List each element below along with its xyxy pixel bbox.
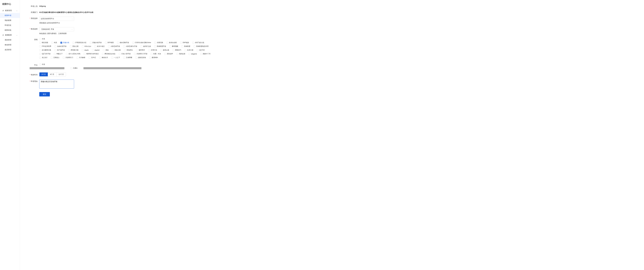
checkbox-icon	[92, 49, 94, 51]
game-checkbox[interactable]: 地下城手游	[54, 49, 65, 51]
game-checkbox[interactable]: 俄罗斯方块环游记	[84, 53, 99, 55]
game-checkbox[interactable]: 英雄联盟电竞经理	[194, 45, 208, 48]
system-select[interactable]: 运营活动管理平台 ⌄	[39, 17, 74, 21]
game-checkbox[interactable]: nba2k2	[92, 49, 100, 51]
game-checkbox[interactable]: 天龙八部手游	[119, 53, 130, 55]
game-checkbox[interactable]: 神角技巧	[172, 49, 181, 51]
game-checkbox[interactable]: 穿越火线手游	[90, 42, 102, 44]
checkbox-icon	[39, 64, 41, 65]
game-label: 乐高无限	[157, 42, 163, 44]
game-checkbox[interactable]: 穿越火线	[60, 42, 69, 44]
checkbox-icon	[166, 42, 168, 44]
game-label: 天涯明月刀	[66, 57, 73, 59]
nav-item-member-manage[interactable]: 成员管理	[0, 47, 20, 52]
game-checkbox[interactable]: 梦想新大陆	[68, 49, 78, 51]
nav-item-my-permission[interactable]: 我的权限	[0, 18, 20, 23]
game-label: 乱世王者	[187, 49, 193, 51]
platform-checkbox-host[interactable]: 主播站	[70, 67, 78, 69]
game-checkbox[interactable]: 暗区突围	[39, 42, 48, 44]
game-checkbox[interactable]: 英雄联盟	[182, 45, 190, 48]
nav-item-role-manage[interactable]: 角色管理	[0, 43, 20, 47]
user-icon	[2, 10, 4, 12]
game-checkbox[interactable]: 鸿图之下	[54, 53, 62, 55]
game-checkbox[interactable]: 剑灵	[52, 42, 57, 44]
nav-item-permission-apply[interactable]: 权限申请	[0, 13, 20, 18]
game-checkbox[interactable]: 王牌战士	[51, 57, 60, 59]
game-checkbox[interactable]: 天涯明月刀手游	[134, 53, 147, 55]
nav-item-apply-history[interactable]: 申请历史	[0, 23, 20, 28]
game-checkbox[interactable]: 金铲铲之战	[140, 45, 151, 48]
game-checkbox[interactable]: 堡垒之夜	[70, 45, 78, 48]
game-label: 王牌战士	[53, 57, 60, 59]
games-select-all-checkbox[interactable]: 全选	[39, 38, 45, 40]
game-checkbox[interactable]: 英雄联盟手游	[154, 45, 166, 48]
game-label: 天天象棋	[79, 57, 85, 59]
validity-option-3m[interactable]: 3个月	[40, 73, 48, 76]
game-label: 全球行动	[151, 49, 157, 51]
game-checkbox[interactable]: 天涯明月刀	[63, 57, 73, 59]
svg-point-1	[3, 35, 3, 35]
game-checkbox[interactable]: 火影忍者手游	[108, 45, 120, 48]
game-checkbox[interactable]: QQ飞车手游	[39, 53, 50, 55]
game-checkbox[interactable]: 多多自走棋	[166, 42, 177, 44]
reason-textarea[interactable]	[39, 80, 74, 89]
game-label: 和平精英	[108, 42, 114, 44]
checkbox-icon	[39, 46, 41, 47]
game-checkbox[interactable]: 乐高无限	[154, 42, 163, 44]
game-checkbox[interactable]: 和平精英	[105, 42, 114, 44]
game-checkbox[interactable]: 火影忍者OL手游	[123, 45, 137, 48]
game-checkbox[interactable]: 全球行动	[148, 49, 157, 51]
game-checkbox[interactable]: FIFA足球世界	[39, 45, 51, 48]
validity-option-6m[interactable]: 6个月	[48, 73, 56, 76]
game-checkbox[interactable]: wegame	[188, 53, 197, 55]
game-checkbox[interactable]: QQ飞车	[197, 49, 205, 51]
nav-group-label: 权限管理	[5, 10, 12, 12]
nav-item-system-manage[interactable]: 系统管理	[0, 38, 20, 43]
nav-item-permission-approve[interactable]: 权限审批	[0, 28, 20, 33]
game-checkbox[interactable]: 全民飞机大战	[192, 42, 204, 44]
game-checkbox[interactable]: 腾讯电竞运动会	[102, 53, 116, 55]
platform-checkbox-redacted1[interactable]	[27, 67, 64, 69]
game-checkbox[interactable]: 乱世王者	[184, 49, 193, 51]
game-checkbox[interactable]: 我的起源	[176, 53, 185, 55]
game-checkbox[interactable]: nba2k	[82, 49, 88, 51]
game-checkbox[interactable]: 绝地求生	[124, 49, 133, 51]
game-checkbox[interactable]: 最强NBA	[149, 57, 158, 59]
game-checkbox[interactable]: 使命召唤手游	[117, 42, 129, 44]
role-select[interactable]: 【游戏业务】开发 ⌄	[39, 27, 74, 31]
game-checkbox[interactable]: 黎明觉醒	[169, 45, 178, 48]
nav-group-header[interactable]: 权限配置	[0, 33, 20, 38]
game-checkbox[interactable]: 自由幻想手游	[54, 45, 66, 48]
game-checkbox[interactable]: 欢乐麻将全集	[39, 49, 51, 51]
game-checkbox[interactable]: 战歌竞技场	[136, 57, 146, 59]
platform-select-all-checkbox[interactable]: 全选	[39, 63, 45, 66]
game-checkbox[interactable]: 龙之谷2	[39, 57, 48, 59]
checkbox-icon	[148, 49, 150, 51]
game-checkbox[interactable]: 街霸：对决	[151, 53, 161, 55]
validity-option-12m[interactable]: 12个月	[56, 73, 66, 76]
game-checkbox[interactable]: DNF端游	[180, 42, 189, 44]
sidebar: 权限中心 权限管理 权限申请 我的权限 申请历史 权限审批 权限配置	[0, 0, 20, 270]
game-checkbox[interactable]: 秦时明月	[136, 49, 145, 51]
game-checkbox[interactable]: 一人之下	[111, 57, 120, 59]
game-checkbox[interactable]: 逆战	[103, 49, 108, 51]
game-checkbox[interactable]: 玄中记	[88, 57, 96, 59]
game-checkbox[interactable]: 妄想山海	[160, 49, 169, 51]
game-checkbox[interactable]: 星际战甲	[164, 53, 173, 55]
game-checkbox[interactable]: CF高清竞技大区	[72, 42, 86, 44]
game-checkbox[interactable]: 王者荣耀	[124, 57, 132, 59]
game-checkbox[interactable]: 御龙在天	[99, 57, 108, 59]
checkbox-icon	[117, 42, 119, 44]
submit-button[interactable]: 提交	[39, 92, 50, 96]
game-checkbox[interactable]: CODOL使命召唤Online	[132, 42, 151, 44]
game-checkbox[interactable]: 圣斗士星矢(卡牌)	[66, 53, 80, 55]
checkbox-icon	[90, 42, 92, 44]
nav-group-header[interactable]: 权限管理	[0, 8, 20, 13]
game-checkbox[interactable]: 跑跑卡丁车	[200, 53, 210, 55]
game-checkbox[interactable]: 欢乐斗地主	[94, 45, 105, 48]
game-checkbox[interactable]: 流放之路	[112, 49, 121, 51]
game-checkbox[interactable]: 天天象棋	[76, 57, 85, 59]
game-label: 绝地求生	[126, 49, 133, 51]
game-label: 龙之谷2	[42, 57, 48, 59]
game-checkbox[interactable]: FIFA OL4	[82, 45, 91, 48]
